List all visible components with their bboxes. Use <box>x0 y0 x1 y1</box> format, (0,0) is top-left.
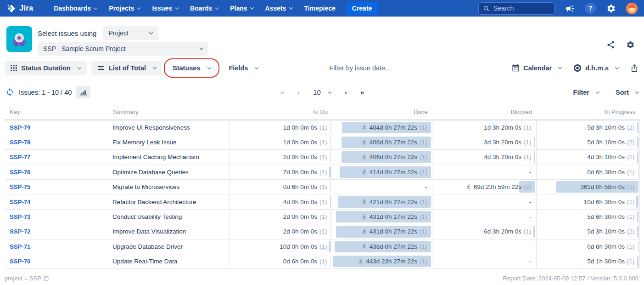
issue-summary: Improve UI Responsiveness <box>112 124 190 131</box>
nav-item-issues[interactable]: Issues <box>147 2 183 15</box>
project-select[interactable]: SSP - Sample Scrum Project <box>38 42 208 56</box>
inprogress-duration-cell: 5d 6h 30m 0s(1) <box>536 209 639 224</box>
chevron-down-icon <box>635 90 639 93</box>
chevron-down-icon <box>137 6 140 9</box>
duration-value: 2d 0h 0m 0s(1) <box>283 211 327 222</box>
nav-item-plans[interactable]: Plans <box>225 2 258 15</box>
external-link-icon <box>43 275 49 281</box>
chevron-down-icon <box>615 65 619 69</box>
report-settings-gear-icon[interactable] <box>626 40 635 49</box>
issue-summary: Upgrade Database Driver <box>112 243 183 250</box>
duration-bar <box>329 241 331 252</box>
view-mode-dropdown[interactable]: List of Total <box>91 61 162 75</box>
timepiece-app-icon <box>6 26 32 52</box>
issue-key-link[interactable]: SSP-77 <box>10 154 30 160</box>
todo-duration-cell: 0d 6h 0m 0s(1) <box>230 254 332 269</box>
issue-key-link[interactable]: SSP-79 <box>10 124 30 131</box>
issue-date-filter[interactable]: Filter by issue date... <box>329 64 391 72</box>
issue-key-link[interactable]: SSP-75 <box>10 183 30 190</box>
duration-value: 0d 6h 0m 0s(1) <box>283 181 327 193</box>
first-page-button[interactable]: « <box>280 88 284 96</box>
table-row: SSP-76 Optimize Database Queries 7d 0h 0… <box>5 165 639 179</box>
column-header-done: Done <box>332 105 432 120</box>
done-duration-cell: 404d 0h 27m 22s(1) <box>332 120 432 135</box>
status-duration-table: KeySummaryTo DoDoneBlockedIn Progress SS… <box>5 105 639 269</box>
issue-source-select[interactable]: Project <box>103 26 158 40</box>
create-button[interactable]: Create <box>346 2 378 15</box>
table-row: SSP-72 Improve Data Visualization 2d 0h … <box>5 224 639 239</box>
duration-value: 0d 6h 30m 0s(1) <box>587 166 634 178</box>
done-duration-cell: 421d 0h 27m 22s(1) <box>332 194 432 209</box>
nav-item-timepiece[interactable]: Timepiece <box>299 2 341 15</box>
nav-item-assets[interactable]: Assets <box>260 2 297 15</box>
duration-value: 6d 3h 20m 0s(1) <box>484 226 531 237</box>
user-avatar[interactable] <box>626 3 638 14</box>
duration-value: 10d 0h 0m 0s(1) <box>280 241 327 252</box>
report-header: Select issues using Project SSP - Sample… <box>0 17 644 55</box>
filter-dropdown[interactable]: Filter <box>573 89 599 96</box>
next-page-button[interactable]: › <box>345 88 347 96</box>
duration-value: 0d 6h 0m 0s(1) <box>283 256 327 267</box>
duration-value: 404d 0h 27m 22s(1) <box>361 122 427 133</box>
duration-format-dropdown[interactable]: d.h.m.s <box>573 64 618 72</box>
search-input[interactable] <box>493 5 544 12</box>
duration-value: 4d 0h 0m 0s(1) <box>283 196 327 207</box>
issue-summary: Conduct Usability Testing <box>112 213 182 220</box>
nav-item-dashboards[interactable]: Dashboards <box>49 2 102 15</box>
table-row: SSP-71 Upgrade Database Driver 10d 0h 0m… <box>5 239 639 254</box>
prev-page-button[interactable]: ‹ <box>297 88 299 96</box>
table-row: SSP-73 Conduct Usability Testing 2d 0h 0… <box>5 209 639 224</box>
duration-value: 1d 0h 0m 0s(1) <box>283 122 327 133</box>
todo-duration-cell: 1d 0h 0m 0s(1) <box>230 135 332 149</box>
duration-bar <box>533 226 535 237</box>
calendar-dropdown[interactable]: Calendar <box>512 64 561 72</box>
jira-brand[interactable]: Jira <box>6 4 33 13</box>
duration-value: 5d 3h 10m 0s(2) <box>587 226 634 237</box>
nav-item-projects[interactable]: Projects <box>104 2 145 15</box>
issue-key-link[interactable]: SSP-76 <box>10 169 30 176</box>
blocked-duration-cell: 6d 3h 20m 0s(1) <box>432 224 536 239</box>
announcements-icon[interactable] <box>565 3 575 13</box>
help-icon[interactable]: ? <box>585 3 596 14</box>
duration-bar <box>330 196 331 207</box>
settings-gear-icon[interactable] <box>606 3 616 13</box>
report-type-dropdown[interactable]: Status Duration <box>5 61 87 75</box>
export-icon[interactable] <box>630 64 638 72</box>
duration-value: 5d 3h 10m 0s(2) <box>587 122 634 133</box>
page-size-dropdown[interactable]: 10 <box>313 88 331 96</box>
duration-bar <box>637 151 638 163</box>
last-page-button[interactable]: » <box>360 88 364 96</box>
issue-summary: Migrate to Microservices <box>112 183 179 190</box>
refresh-icon[interactable] <box>6 88 14 97</box>
chart-view-button[interactable] <box>76 86 90 98</box>
issue-key-link[interactable]: SSP-78 <box>10 139 30 146</box>
share-icon[interactable] <box>606 40 615 49</box>
issue-summary: Update Real-Time Data <box>112 258 177 265</box>
issue-summary: Implement Caching Mechanism <box>112 154 199 160</box>
statuses-dropdown[interactable]: Statuses <box>167 61 216 75</box>
issue-key-link[interactable]: SSP-72 <box>10 228 30 235</box>
blocked-duration-cell: 3d 3h 20m 0s(1) <box>432 135 536 149</box>
issue-key-link[interactable]: SSP-74 <box>10 199 30 205</box>
chevron-down-icon <box>215 6 218 9</box>
inprogress-duration-cell: 5d 3h 10m 0s(2) <box>536 224 639 239</box>
blocked-duration-cell: 1d 3h 20m 0s(1) <box>432 120 536 135</box>
issue-key-link[interactable]: SSP-71 <box>10 243 30 250</box>
chevron-down-icon <box>558 65 562 69</box>
duration-value: 4d 3h 20m 0s(1) <box>484 151 531 163</box>
chevron-down-icon <box>153 65 157 69</box>
fields-dropdown[interactable]: Fields <box>223 61 264 75</box>
jira-logo-icon <box>6 4 16 13</box>
blocked-duration-cell: - <box>432 194 536 209</box>
top-navigation-bar: Jira DashboardsProjectsIssuesBoardsPlans… <box>0 0 644 17</box>
inprogress-duration-cell: 5d 1h 30m 0s(1) <box>536 254 639 269</box>
issue-key-link[interactable]: SSP-70 <box>10 258 30 265</box>
nav-item-boards[interactable]: Boards <box>185 2 223 15</box>
duration-bar <box>637 226 638 237</box>
sort-dropdown[interactable]: Sort <box>616 89 638 96</box>
jql-link[interactable]: project = SSP <box>5 275 49 282</box>
issue-key-link[interactable]: SSP-73 <box>10 213 30 220</box>
global-search[interactable] <box>478 2 554 15</box>
duration-value: 3d 3h 20m 0s(1) <box>484 137 531 148</box>
duration-value: 406d 0h 27m 22s(1) <box>361 137 427 148</box>
